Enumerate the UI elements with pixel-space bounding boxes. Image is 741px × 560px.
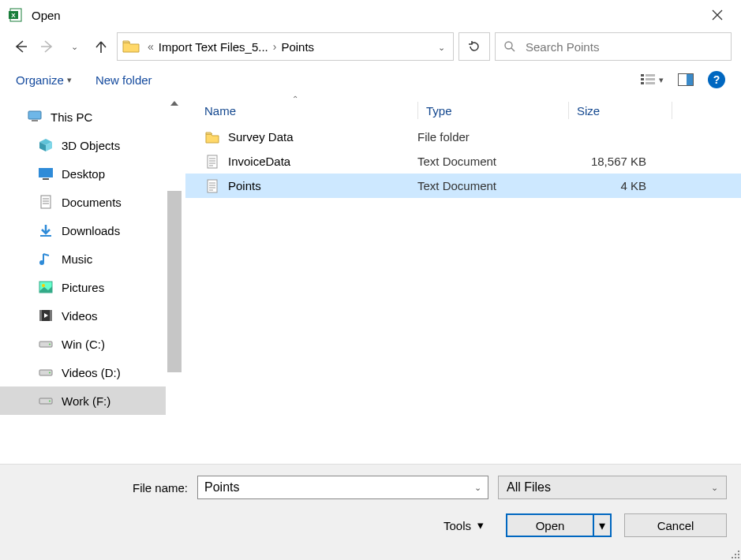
column-header-type[interactable]: Type	[426, 104, 568, 118]
search-box[interactable]: Search Points	[495, 32, 732, 61]
svg-point-30	[49, 372, 51, 374]
refresh-button[interactable]	[458, 32, 490, 61]
preview-pane-button[interactable]	[678, 73, 694, 86]
tree-item-label: This PC	[51, 110, 92, 124]
svg-rect-7	[646, 74, 655, 77]
address-dropdown[interactable]: ⌄	[435, 39, 448, 54]
tree-item-label: Music	[62, 252, 92, 266]
tree-item[interactable]: Music	[0, 245, 166, 273]
file-name-input[interactable]: Points ⌄	[197, 476, 488, 499]
file-type: Text Document	[417, 179, 559, 192]
svg-rect-13	[32, 120, 38, 121]
back-button[interactable]	[9, 35, 32, 58]
drive-icon	[38, 394, 54, 408]
address-bar[interactable]: « Import Text Files_5... › Points ⌄	[117, 32, 454, 61]
chevron-right-icon: ›	[273, 40, 277, 53]
column-header-name[interactable]: Name	[204, 104, 417, 118]
file-row[interactable]: PointsText Document4 KB	[185, 174, 741, 198]
pictures-icon	[38, 280, 54, 294]
file-type: Text Document	[417, 155, 559, 168]
svg-point-32	[49, 401, 51, 402]
tree-item[interactable]: Win (C:)	[0, 330, 166, 358]
svg-rect-5	[641, 78, 644, 80]
resize-grip[interactable]	[728, 547, 739, 558]
close-button[interactable]	[702, 3, 733, 27]
svg-rect-25	[39, 310, 42, 321]
tools-label: Tools	[443, 519, 471, 532]
svg-rect-16	[41, 196, 51, 208]
tree-item[interactable]: 3D Objects	[0, 131, 166, 159]
tools-menu[interactable]: Tools ▾	[443, 518, 484, 532]
search-icon	[503, 40, 516, 53]
tree-item-label: Work (F:)	[62, 394, 110, 408]
chevron-down-icon[interactable]: ⌄	[474, 483, 481, 493]
help-button[interactable]: ?	[708, 71, 725, 88]
organize-menu[interactable]: Organize ▾	[16, 73, 72, 87]
file-size: 4 KB	[559, 179, 646, 192]
file-row[interactable]: InvoiceDataText Document18,567 KB	[185, 149, 741, 174]
chevron-down-icon: ▾	[67, 75, 72, 85]
chevron-down-icon: ▾	[659, 75, 664, 85]
tree-item-label: Videos (D:)	[62, 366, 121, 379]
search-placeholder: Search Points	[526, 40, 599, 54]
breadcrumb-segment-1[interactable]: Import Text Files_5...	[159, 40, 268, 54]
svg-rect-8	[646, 78, 655, 80]
new-folder-button[interactable]: New folder	[95, 73, 152, 87]
breadcrumb-segment-2[interactable]: Points	[281, 40, 314, 54]
svg-rect-33	[208, 155, 217, 168]
folder-icon	[122, 39, 140, 54]
recent-locations-button[interactable]: ⌄	[63, 35, 85, 58]
tree-item-label: Desktop	[62, 167, 105, 181]
open-split-button[interactable]: ▾	[593, 515, 610, 536]
svg-rect-6	[641, 82, 644, 84]
view-options-button[interactable]: ▾	[640, 73, 664, 86]
text-icon	[204, 178, 220, 194]
open-button-label: Open	[507, 515, 593, 536]
forward-button[interactable]	[36, 35, 58, 58]
sort-indicator-icon: ⌃	[292, 95, 298, 103]
3d-icon	[38, 138, 54, 152]
svg-point-28	[49, 344, 51, 345]
column-headers: ⌃ Name Type Size	[185, 96, 741, 125]
svg-point-23	[42, 284, 45, 287]
tree-item[interactable]: Work (F:)	[0, 386, 166, 415]
file-row[interactable]: Survey DataFile folder	[185, 125, 741, 149]
tree-item[interactable]: Videos	[0, 301, 166, 330]
cancel-button[interactable]: Cancel	[624, 513, 727, 537]
folder-icon	[204, 129, 220, 145]
file-name-label: File name:	[133, 481, 188, 495]
navigation-bar: ⌄ « Import Text Files_5... › Points ⌄ Se…	[0, 30, 741, 63]
footer-panel: File name: Points ⌄ All Files ⌄ Tools ▾ …	[0, 464, 741, 560]
tree-item-this-pc[interactable]: This PC	[0, 103, 166, 131]
file-name: Survey Data	[228, 130, 417, 144]
drive-icon	[38, 365, 54, 379]
tree-item[interactable]: Desktop	[0, 159, 166, 188]
drive-icon	[38, 337, 54, 351]
tree-item-label: 3D Objects	[62, 139, 120, 152]
navigation-tree: This PC 3D ObjectsDesktopDocumentsDownlo…	[0, 96, 166, 491]
tree-scrollbar	[166, 96, 183, 491]
tree-item[interactable]: Documents	[0, 188, 166, 216]
download-icon	[38, 223, 54, 237]
svg-rect-15	[43, 178, 49, 180]
tree-item[interactable]: Pictures	[0, 273, 166, 301]
file-type-filter[interactable]: All Files ⌄	[498, 476, 727, 499]
tree-item[interactable]: Downloads	[0, 216, 166, 245]
scroll-up-button[interactable]	[166, 96, 183, 110]
open-button[interactable]: Open ▾	[506, 513, 612, 537]
tree-item[interactable]: Videos (D:)	[0, 358, 166, 386]
doc-icon	[38, 195, 54, 209]
scroll-thumb[interactable]	[167, 191, 182, 372]
dialog-title: Open	[32, 9, 702, 22]
chevron-down-icon: ▾	[477, 518, 484, 532]
tree-item-label: Videos	[62, 309, 98, 323]
svg-rect-14	[39, 168, 53, 177]
column-header-size[interactable]: Size	[577, 104, 672, 118]
file-list: ⌃ Name Type Size Survey DataFile folderI…	[185, 96, 741, 491]
excel-app-icon: X	[8, 7, 24, 23]
up-button[interactable]	[90, 35, 112, 58]
file-size: 18,567 KB	[559, 155, 646, 168]
svg-point-3	[505, 42, 512, 49]
svg-rect-38	[208, 180, 217, 192]
svg-text:X: X	[11, 12, 16, 19]
